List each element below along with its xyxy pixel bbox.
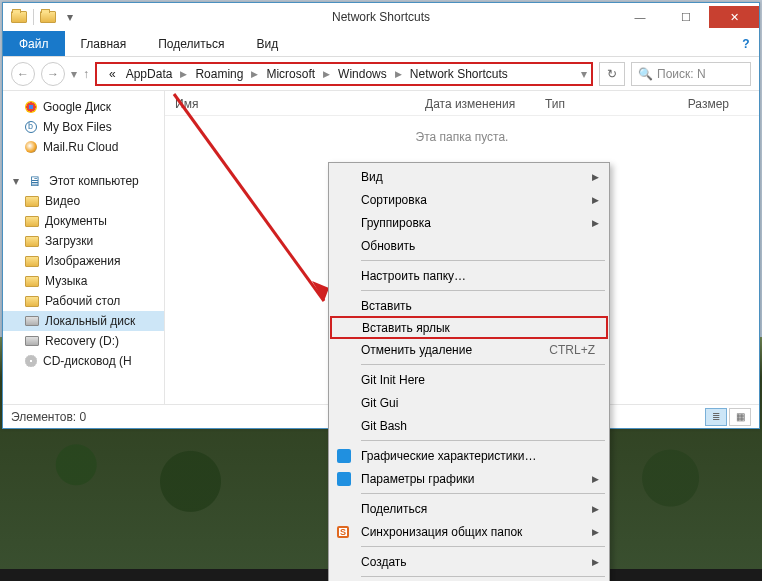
submenu-arrow-icon: ▶ <box>592 504 599 514</box>
ctx-label: Группировка <box>361 216 431 230</box>
ctx-label: Графические характеристики… <box>361 449 536 463</box>
chevron-right-icon[interactable]: ▶ <box>178 69 189 79</box>
sidebar-item-label: Локальный диск <box>45 314 135 328</box>
ctx-label: Обновить <box>361 239 415 253</box>
chevron-right-icon[interactable]: ▶ <box>321 69 332 79</box>
address-dropdown-icon[interactable]: ▾ <box>581 67 587 81</box>
ctx-separator <box>361 440 605 441</box>
ctx-paste[interactable]: Вставить <box>331 294 607 317</box>
view-details-button[interactable]: ≣ <box>705 408 727 426</box>
sidebar-item-label: Документы <box>45 214 107 228</box>
ctx-share[interactable]: Поделиться▶ <box>331 497 607 520</box>
column-size[interactable]: Размер <box>645 97 749 111</box>
qat-separator <box>33 9 34 25</box>
sidebar-item-local-disk[interactable]: Локальный диск <box>3 311 164 331</box>
qat-new-folder-icon[interactable] <box>40 11 56 23</box>
tab-file[interactable]: Файл <box>3 31 65 56</box>
ctx-label: Вставить <box>361 299 412 313</box>
sidebar-item-pictures[interactable]: Изображения <box>3 251 164 271</box>
search-box[interactable]: 🔍 Поиск: N <box>631 62 751 86</box>
ctx-customize-folder[interactable]: Настроить папку… <box>331 264 607 287</box>
chevron-right-icon[interactable]: ▶ <box>393 69 404 79</box>
ctx-label: Вид <box>361 170 383 184</box>
ctx-paste-shortcut[interactable]: Вставить ярлык <box>330 316 608 339</box>
ctx-git-bash[interactable]: Git Bash <box>331 414 607 437</box>
ctx-create[interactable]: Создать▶ <box>331 550 607 573</box>
ctx-git-init[interactable]: Git Init Here <box>331 368 607 391</box>
sidebar-item-label: CD-дисковод (H <box>43 354 132 368</box>
ribbon: Файл Главная Поделиться Вид ? <box>3 31 759 57</box>
ctx-undo-delete[interactable]: Отменить удалениеCTRL+Z <box>331 338 607 361</box>
sidebar-item-this-pc[interactable]: ▾🖥Этот компьютер <box>3 171 164 191</box>
column-name[interactable]: Имя <box>175 97 425 111</box>
drive-icon <box>25 336 39 346</box>
ctx-label: Отменить удаление <box>361 343 472 357</box>
window-buttons: — ☐ ✕ <box>617 6 759 28</box>
nav-history-dropdown-icon[interactable]: ▾ <box>71 67 77 81</box>
google-drive-icon <box>25 101 37 113</box>
sidebar-item-cd-drive[interactable]: CD-дисковод (H <box>3 351 164 371</box>
sidebar-item-music[interactable]: Музыка <box>3 271 164 291</box>
ctx-separator <box>361 576 605 577</box>
ctx-git-gui[interactable]: Git Gui <box>331 391 607 414</box>
sidebar-item-desktop[interactable]: Рабочий стол <box>3 291 164 311</box>
sidebar-item-recovery[interactable]: Recovery (D:) <box>3 331 164 351</box>
ctx-graphics-characteristics[interactable]: Графические характеристики… <box>331 444 607 467</box>
breadcrumb-item[interactable]: AppData <box>122 67 177 81</box>
sidebar-item-documents[interactable]: Документы <box>3 211 164 231</box>
tab-share[interactable]: Поделиться <box>142 31 240 56</box>
tab-view[interactable]: Вид <box>240 31 294 56</box>
ctx-refresh[interactable]: Обновить <box>331 234 607 257</box>
submenu-arrow-icon: ▶ <box>592 172 599 182</box>
titlebar[interactable]: ▾ Network Shortcuts — ☐ ✕ <box>3 3 759 31</box>
column-date[interactable]: Дата изменения <box>425 97 545 111</box>
expand-icon[interactable]: ▾ <box>13 174 19 188</box>
submenu-arrow-icon: ▶ <box>592 218 599 228</box>
submenu-arrow-icon: ▶ <box>592 195 599 205</box>
sidebar-item-label: My Box Files <box>43 120 112 134</box>
breadcrumb-item[interactable]: Roaming <box>191 67 247 81</box>
disc-icon <box>25 355 37 367</box>
drive-icon <box>25 316 39 326</box>
sidebar-item-google-disk[interactable]: Google Диск <box>3 97 164 117</box>
breadcrumb-item[interactable]: Windows <box>334 67 391 81</box>
ctx-sync-shared[interactable]: SСинхронизация общих папок▶ <box>331 520 607 543</box>
ctx-label: Настроить папку… <box>361 269 466 283</box>
sidebar-item-mybox[interactable]: My Box Files <box>3 117 164 137</box>
ctx-separator <box>361 493 605 494</box>
minimize-button[interactable]: — <box>617 6 663 28</box>
breadcrumb-item[interactable]: Microsoft <box>262 67 319 81</box>
chevron-right-icon[interactable]: ▶ <box>249 69 260 79</box>
ctx-view[interactable]: Вид▶ <box>331 165 607 188</box>
column-type[interactable]: Тип <box>545 97 645 111</box>
close-button[interactable]: ✕ <box>709 6 759 28</box>
intel-graphics-icon <box>337 472 351 486</box>
address-bar[interactable]: « AppData ▶ Roaming ▶ Microsoft ▶ Window… <box>95 62 593 86</box>
qat-dropdown-icon[interactable]: ▾ <box>62 9 78 25</box>
folder-icon <box>25 216 39 227</box>
ribbon-help-icon[interactable]: ? <box>733 31 759 56</box>
view-icons-button[interactable]: ▦ <box>729 408 751 426</box>
sidebar-item-videos[interactable]: Видео <box>3 191 164 211</box>
ctx-sort[interactable]: Сортировка▶ <box>331 188 607 211</box>
maximize-button[interactable]: ☐ <box>663 6 709 28</box>
ctx-graphics-params[interactable]: Параметры графики▶ <box>331 467 607 490</box>
ctx-label: Сортировка <box>361 193 427 207</box>
ctx-group[interactable]: Группировка▶ <box>331 211 607 234</box>
ctx-label: Git Gui <box>361 396 398 410</box>
ctx-label: Параметры графики <box>361 472 475 486</box>
sidebar-item-downloads[interactable]: Загрузки <box>3 231 164 251</box>
sidebar-item-label: Recovery (D:) <box>45 334 119 348</box>
breadcrumb-item[interactable]: Network Shortcuts <box>406 67 512 81</box>
sidebar-item-mailru[interactable]: Mail.Ru Cloud <box>3 137 164 157</box>
nav-back-button[interactable]: ← <box>11 62 35 86</box>
navigation-pane[interactable]: Google Диск My Box Files Mail.Ru Cloud ▾… <box>3 91 165 404</box>
breadcrumb-prefix: « <box>105 67 120 81</box>
nav-up-button[interactable]: ↑ <box>83 67 89 81</box>
refresh-button[interactable]: ↻ <box>599 62 625 86</box>
submenu-arrow-icon: ▶ <box>592 527 599 537</box>
tab-home[interactable]: Главная <box>65 31 143 56</box>
nav-forward-button[interactable]: → <box>41 62 65 86</box>
ctx-label: Git Init Here <box>361 373 425 387</box>
view-buttons: ≣ ▦ <box>705 408 751 426</box>
